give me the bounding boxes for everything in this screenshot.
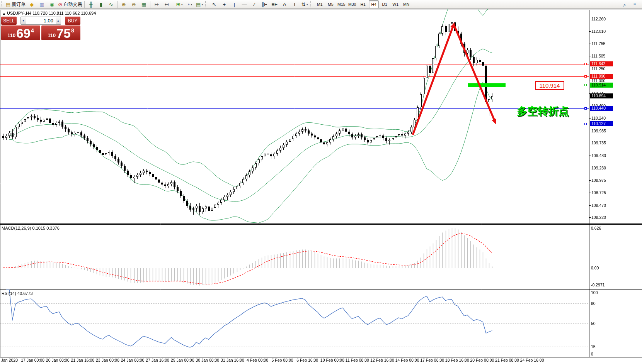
symbol-period: USDJPY-,H4 (7, 11, 31, 15)
rsi-axis-label: 100 (591, 290, 598, 295)
time-axis-label: 10 Feb 00:00 (320, 358, 344, 362)
new-order-button[interactable]: ▤新订单 (5, 0, 27, 8)
toolbar-separator (84, 1, 85, 8)
price-line-badge: 110.127 (590, 121, 613, 126)
tile-windows-icon[interactable]: ▦ (139, 0, 149, 8)
time-axis-label: 12 Feb 16:00 (370, 358, 394, 362)
price-annotation-box[interactable]: 110.914 (535, 81, 564, 90)
chevron-down-icon: ▾ (307, 3, 308, 6)
equidistant-channel-icon[interactable]: ∥E (259, 0, 269, 8)
top-toolbar: ▤新订单◆▥◉⊘自动交易 ╫▮∿ ⊕⊖▦ ↦↤ ⊞▾◔▾▤▾ ↖+|—∕∥E≡F… (0, 0, 642, 9)
chevron-down-icon: ▾ (191, 3, 192, 6)
indicators-add-button: ⊞ (176, 2, 181, 7)
timeframe-h1-button[interactable]: H1 (358, 0, 368, 8)
toolbar-separator (117, 1, 118, 8)
arrows-tool-button[interactable]: ⇅▾ (300, 0, 310, 8)
price-axis-label: 110.240 (591, 116, 606, 120)
time-axis-label: 27 Jan 16:00 (146, 358, 169, 362)
timeframe-m15-button[interactable]: M15 (336, 0, 346, 8)
macd-indicator-label: MACD(12,26,9) 0.1015 0.3376 (2, 226, 60, 230)
timeframe-m1-button[interactable]: M1 (315, 0, 325, 8)
fibonacci-icon[interactable]: ≡F (269, 0, 279, 8)
price-chart-canvas[interactable] (0, 9, 642, 364)
timeframe-d1-button[interactable]: D1 (380, 0, 390, 8)
zoom-out-icon[interactable]: ⊖ (129, 0, 139, 8)
cursor-icon: ↖ (212, 2, 216, 7)
auto-scroll-icon[interactable]: ↦ (152, 0, 162, 8)
line-chart-icon[interactable]: ∿ (106, 0, 116, 8)
vertical-line-icon[interactable]: | (229, 0, 239, 8)
timeframe-m5-button[interactable]: M5 (325, 0, 335, 8)
market-watch-icon[interactable]: ▥ (37, 0, 47, 8)
price-axis-label: 108.470 (591, 203, 606, 208)
sell-button[interactable]: SELL (1, 17, 17, 25)
crosshair-icon: + (223, 2, 226, 7)
zoom-in-icon[interactable]: ⊕ (119, 0, 129, 8)
timeframe-h4-button[interactable]: H4 (369, 0, 379, 8)
deposit-gold-icon[interactable]: ◆ (27, 0, 37, 8)
trendline-icon[interactable]: ∕ (249, 0, 259, 8)
horizontal-line-icon[interactable]: — (239, 0, 249, 8)
timeframe-mn-button[interactable]: MN (401, 0, 411, 8)
price-axis-label: 112.260 (591, 17, 606, 21)
chart-window[interactable]: ▲ USDJPY-,H4 110.728 110.811 110.662 110… (0, 9, 642, 364)
time-axis-label: 24 Jan 08:00 (121, 358, 145, 362)
volume-increase-button[interactable]: ▲ (56, 17, 61, 24)
price-axis-label: 111.505 (591, 54, 605, 58)
price-axis-label: 111.755 (591, 41, 605, 46)
crosshair-icon[interactable]: + (219, 0, 229, 8)
price-axis-label: 108.220 (591, 215, 606, 220)
buy-price-base: 110 (48, 32, 56, 38)
buy-price-button[interactable]: 110 75 8 (41, 25, 80, 40)
rsi-indicator-label: RSI(14) 40.6773 (2, 291, 33, 296)
toolbar-grip (205, 1, 208, 7)
sell-price-button[interactable]: 110 69 4 (1, 25, 40, 40)
symbol-search-icon[interactable]: ⌕ (620, 0, 630, 9)
autotrading-button[interactable]: ⊘自动交易 (57, 0, 83, 8)
time-axis-label: 5 Feb 08:00 (272, 358, 293, 362)
buy-button[interactable]: BUY (65, 17, 80, 25)
periods-button[interactable]: ◔▾ (184, 0, 194, 8)
macd-axis-label: 0.626 (591, 226, 601, 230)
price-axis-label: 112.010 (591, 29, 606, 34)
auto-scroll-icon: ↦ (155, 2, 159, 7)
time-axis-label: 18 Feb 16:00 (445, 358, 469, 362)
turning-point-annotation[interactable]: 多空转折点 (517, 104, 569, 118)
indicators-add-button[interactable]: ⊞▾ (174, 0, 184, 8)
price-axis-label: 111.250 (591, 66, 605, 71)
timeframe-w1-button[interactable]: W1 (390, 0, 400, 8)
time-axis-label: 17 Feb 08:00 (420, 358, 444, 362)
price-axis-label: 109.230 (591, 166, 606, 170)
quote-line: ▲ USDJPY-,H4 110.728 110.811 110.662 110… (2, 11, 96, 15)
autotrading-button-label: 自动交易 (63, 1, 82, 8)
time-axis-label: 21 Feb 08:00 (495, 358, 519, 362)
price-line-badge: 110.914 (590, 83, 613, 88)
text-label-icon[interactable]: T (289, 0, 300, 8)
candlestick-chart-icon: ▮ (100, 2, 102, 7)
buy-price-pips: 75 (56, 28, 71, 39)
time-axis-label: 31 Jan 16:00 (221, 358, 244, 362)
templates-button[interactable]: ▤▾ (194, 0, 204, 8)
community-chat-icon[interactable]: ❝ (630, 0, 640, 9)
time-axis-label: 20 Feb 00:00 (470, 358, 494, 362)
time-axis-label: 11 Feb 08:00 (346, 358, 369, 362)
sell-price-base: 110 (7, 32, 15, 38)
sell-price-point: 4 (31, 27, 34, 34)
deposit-gold-icon: ◆ (30, 2, 34, 7)
text-label-icon: T (293, 2, 296, 7)
zoom-in-icon: ⊕ (122, 2, 126, 7)
bar-chart-icon[interactable]: ╫ (86, 0, 96, 8)
cursor-icon[interactable]: ↖ (209, 0, 219, 8)
time-axis-label: 5 Jan 2020 (0, 358, 18, 362)
volume-decrease-button[interactable]: ▼ (21, 17, 26, 24)
equidistant-channel-icon: ∥E (262, 2, 267, 7)
chart-shift-icon[interactable]: ↤ (162, 0, 172, 8)
text-icon[interactable]: A (279, 0, 289, 8)
timeframe-m30-button[interactable]: M30 (347, 0, 357, 8)
candlestick-chart-icon[interactable]: ▮ (96, 0, 106, 8)
volume-input[interactable]: 1.00 (26, 17, 56, 24)
templates-button: ▤ (196, 2, 201, 7)
signals-icon[interactable]: ◉ (47, 0, 57, 8)
time-axis-label: 30 Jan 08:00 (196, 358, 219, 362)
bar-chart-icon: ╫ (89, 2, 93, 7)
